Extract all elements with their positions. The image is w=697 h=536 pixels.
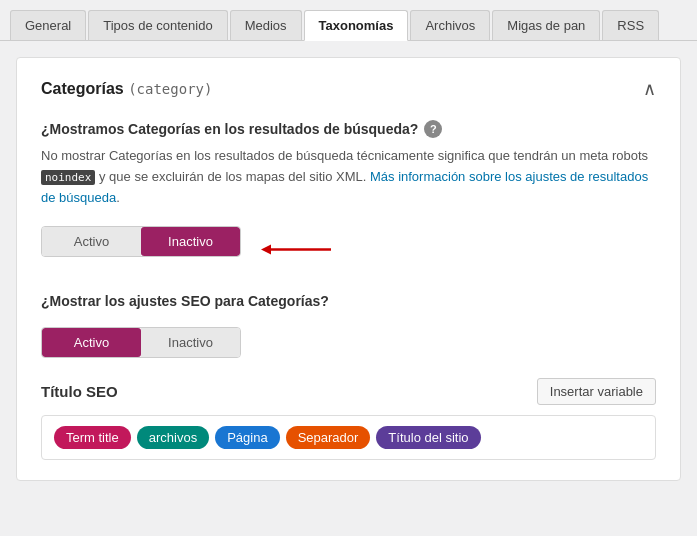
toggle2-active-btn[interactable]: Activo [42,328,141,357]
nav-tabs: General Tipos de contenido Medios Taxono… [0,0,697,41]
seo-question-text: ¿Mostrar los ajustes SEO para Categorías… [41,293,329,309]
pill-separador[interactable]: Separador [286,426,371,449]
tab-general[interactable]: General [10,10,86,40]
desc-part2: y que se excluirán de los mapas del siti… [99,169,366,184]
desc-part1: No mostrar Categorías en los resultados … [41,148,648,163]
noindex-badge: noindex [41,170,95,185]
pill-term-title[interactable]: Term title [54,426,131,449]
toggle1-group: Activo Inactivo [41,226,241,257]
tab-taxonomias[interactable]: Taxonomías [304,10,409,41]
collapse-icon[interactable]: ∧ [643,78,656,100]
tag-pills-container: Term title archivos Página Separador Tít… [41,415,656,460]
insert-variable-button[interactable]: Insertar variable [537,378,656,405]
tab-rss[interactable]: RSS [602,10,659,40]
help-icon[interactable]: ? [424,120,442,138]
card: Categorías (category) ∧ ¿Mostramos Categ… [16,57,681,481]
arrow-indicator [261,237,341,264]
toggle1-inactive-btn[interactable]: Inactivo [141,227,240,256]
search-question-text: ¿Mostramos Categorías en los resultados … [41,121,418,137]
seo-title-row: Título SEO Insertar variable [41,378,656,405]
card-title: Categorías (category) [41,80,212,98]
pill-titulo-del-sitio[interactable]: Título del sitio [376,426,480,449]
toggle2-inactive-btn[interactable]: Inactivo [141,328,240,357]
tab-medios[interactable]: Medios [230,10,302,40]
seo-question-label: ¿Mostrar los ajustes SEO para Categorías… [41,293,656,309]
tab-tipos-de-contenido[interactable]: Tipos de contenido [88,10,227,40]
search-results-section: ¿Mostramos Categorías en los resultados … [41,120,656,208]
seo-settings-section: ¿Mostrar los ajustes SEO para Categorías… [41,293,656,309]
pill-pagina[interactable]: Página [215,426,279,449]
toggle1-row: Activo Inactivo [41,226,656,275]
card-header: Categorías (category) ∧ [41,78,656,100]
main-content: Categorías (category) ∧ ¿Mostramos Categ… [0,41,697,497]
search-question-label: ¿Mostramos Categorías en los resultados … [41,120,656,138]
toggle1-active-btn[interactable]: Activo [42,227,141,256]
seo-title-label: Título SEO [41,383,118,400]
pill-archivos[interactable]: archivos [137,426,209,449]
card-title-text: Categorías [41,80,124,97]
svg-marker-1 [261,244,271,254]
card-slug: (category) [128,81,212,97]
toggle2-group: Activo Inactivo [41,327,241,358]
tab-migas-de-pan[interactable]: Migas de pan [492,10,600,40]
search-description: No mostrar Categorías en los resultados … [41,146,656,208]
tab-archivos[interactable]: Archivos [410,10,490,40]
